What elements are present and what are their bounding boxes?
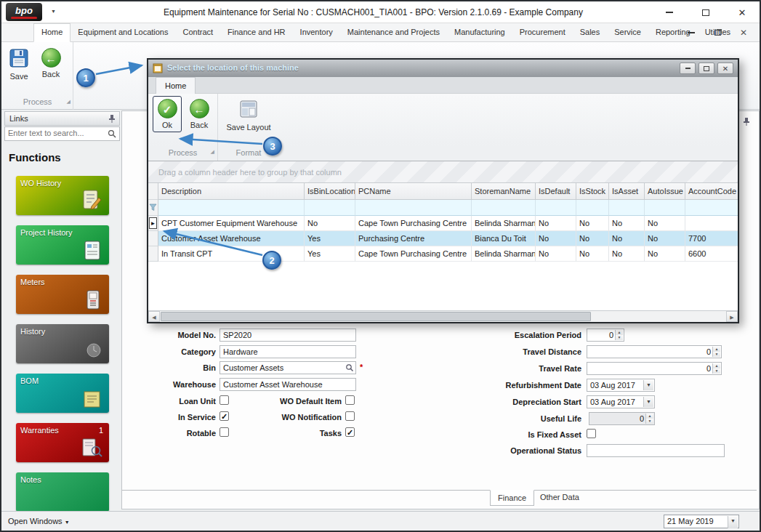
dialog-launcher-icon[interactable]: ◢: [211, 145, 214, 158]
tab-other-data[interactable]: Other Data: [533, 490, 587, 506]
chevron-down-icon[interactable]: ▼: [728, 516, 738, 528]
ribbon-tab-service[interactable]: Service: [607, 24, 648, 43]
save-button[interactable]: Save: [4, 45, 33, 84]
spinner-icon[interactable]: ▲▼: [615, 330, 623, 340]
grid-cell[interactable]: In Transit CPT: [158, 246, 305, 262]
bin-input[interactable]: Customer Assets: [220, 361, 356, 374]
ribbon-tab-finance-and-hr[interactable]: Finance and HR: [220, 24, 293, 43]
grid-column-header-accountcode[interactable]: AccountCode: [685, 183, 738, 200]
grid-column-header-pcname[interactable]: PCName: [355, 183, 472, 200]
grid-column-header-storemanname[interactable]: StoremanName: [472, 183, 536, 200]
grid-row[interactable]: In Transit CPTYesCape Town Purchasing Ce…: [148, 246, 738, 262]
ribbon-tab-equipment-and-locations[interactable]: Equipment and Locations: [71, 24, 175, 43]
travel-distance-input[interactable]: 0 ▲▼: [587, 345, 722, 358]
search-input[interactable]: [8, 129, 102, 137]
dialog-launcher-icon[interactable]: ◢: [67, 95, 71, 108]
chevron-down-icon[interactable]: ▼: [643, 380, 653, 390]
horizontal-scrollbar[interactable]: ◀ ▶: [148, 310, 738, 322]
filter-cell-isasset[interactable]: [609, 200, 645, 216]
tab-finance[interactable]: Finance: [490, 490, 534, 506]
grid-column-header-autoissue[interactable]: AutoIssue: [645, 183, 685, 200]
function-tile-wo-history[interactable]: WO History: [16, 176, 109, 215]
useful-life-input[interactable]: 0 ▲▼: [589, 412, 655, 425]
dialog-close-button[interactable]: ✕: [717, 63, 733, 74]
filter-cell-description[interactable]: [158, 200, 305, 216]
refurbishment-date-input[interactable]: 03 Aug 2017 ▼: [587, 379, 655, 392]
function-tile-bom[interactable]: BOM: [16, 374, 109, 413]
row-indicator[interactable]: [148, 231, 158, 246]
filter-cell-autoissue[interactable]: [645, 200, 685, 216]
back-button[interactable]: ← Back: [36, 45, 65, 81]
save-layout-button[interactable]: Save Layout: [221, 96, 276, 134]
document-close-button[interactable]: ✕: [736, 26, 751, 39]
grid-cell[interactable]: Yes: [305, 246, 355, 262]
grid-cell[interactable]: Cape Town Purchasing Centre: [355, 246, 472, 262]
dialog-maximize-button[interactable]: [698, 63, 714, 74]
pin-icon[interactable]: [743, 117, 750, 128]
grid-cell[interactable]: No: [576, 231, 609, 246]
function-tile-notes[interactable]: Notes: [16, 472, 109, 512]
spinner-icon[interactable]: ▲▼: [712, 363, 720, 374]
grid-cell[interactable]: 7700: [685, 231, 738, 246]
row-indicator[interactable]: ►: [148, 216, 158, 231]
category-input[interactable]: Hardware: [220, 345, 356, 358]
quick-access-caret-icon[interactable]: ▼: [51, 9, 56, 14]
grid-cell[interactable]: Belinda Sharman: [472, 246, 536, 262]
is-fixed-asset-checkbox[interactable]: [587, 429, 596, 438]
model-no-input[interactable]: SP2020: [220, 329, 356, 342]
ribbon-tab-sales[interactable]: Sales: [573, 24, 608, 43]
filter-cell-accountcode[interactable]: [685, 200, 738, 216]
spinner-icon[interactable]: ▲▼: [645, 414, 653, 424]
grid-cell[interactable]: No: [536, 246, 576, 262]
grid-cell[interactable]: 6600: [685, 246, 738, 262]
grid-cell[interactable]: CPT Customer Equipment Warehouse: [158, 216, 305, 231]
function-tile-history[interactable]: History: [16, 324, 109, 363]
grid-cell[interactable]: No: [609, 246, 645, 262]
window-maximize-button[interactable]: [696, 5, 716, 20]
status-date-picker[interactable]: 21 May 2019 ▼: [664, 515, 739, 528]
operational-status-input[interactable]: [587, 444, 725, 457]
grid-column-header-isstock[interactable]: IsStock: [576, 183, 609, 200]
grid-cell[interactable]: Bianca Du Toit: [472, 231, 536, 246]
grid-cell[interactable]: No: [645, 246, 685, 262]
filter-cell-isdefault[interactable]: [536, 200, 576, 216]
grid-row[interactable]: ►CPT Customer Equipment WarehouseNoCape …: [148, 216, 738, 231]
warehouse-input[interactable]: Customer Asset Warehouse: [220, 378, 356, 391]
rotable-checkbox[interactable]: [220, 427, 229, 437]
document-restore-button[interactable]: [710, 26, 725, 39]
grid-cell[interactable]: No: [536, 216, 576, 231]
grid-column-header-isdefault[interactable]: IsDefault: [536, 183, 576, 200]
lookup-search-icon[interactable]: [345, 363, 354, 374]
grid-cell[interactable]: No: [576, 216, 609, 231]
grid-column-header-description[interactable]: Description: [158, 183, 305, 200]
ribbon-tab-inventory[interactable]: Inventory: [293, 24, 340, 43]
filter-cell-isbinlocation[interactable]: [305, 200, 355, 216]
dialog-tab-home[interactable]: Home: [156, 77, 196, 94]
grid-cell[interactable]: No: [305, 216, 355, 231]
function-tile-project-history[interactable]: Project History: [16, 225, 109, 265]
grid-column-header-isbinlocation[interactable]: IsBinLocation: [305, 183, 355, 200]
escalation-period-input[interactable]: 0 ▲▼: [587, 329, 624, 342]
grid-cell[interactable]: No: [536, 231, 576, 246]
pin-icon[interactable]: [108, 114, 116, 127]
function-tile-warranties[interactable]: Warranties1: [16, 423, 109, 462]
grid-cell[interactable]: No: [609, 216, 645, 231]
filter-cell-isstock[interactable]: [576, 200, 609, 216]
grid-cell[interactable]: No: [645, 231, 685, 246]
ribbon-tab-contract[interactable]: Contract: [176, 24, 221, 43]
grid-cell[interactable]: [685, 216, 738, 231]
scrollbar-thumb[interactable]: [161, 312, 591, 321]
grid-column-header-isasset[interactable]: IsAsset: [609, 183, 645, 200]
filter-cell-storemanname[interactable]: [472, 200, 536, 216]
sidebar-search[interactable]: [4, 126, 120, 141]
ribbon-tab-maintenance-and-projects[interactable]: Maintenance and Projects: [340, 24, 447, 43]
scroll-left-icon[interactable]: ◀: [148, 311, 160, 322]
document-minimize-button[interactable]: [684, 26, 698, 39]
grid-row[interactable]: Customer Asset WarehouseYesPurchasing Ce…: [148, 231, 738, 246]
wo-default-item-checkbox[interactable]: [345, 395, 355, 405]
grid-cell[interactable]: No: [576, 246, 609, 262]
in-service-checkbox[interactable]: [220, 411, 229, 421]
function-tile-meters[interactable]: Meters: [16, 275, 109, 314]
window-close-button[interactable]: ✕: [732, 5, 752, 20]
ribbon-tab-home[interactable]: Home: [33, 23, 71, 42]
